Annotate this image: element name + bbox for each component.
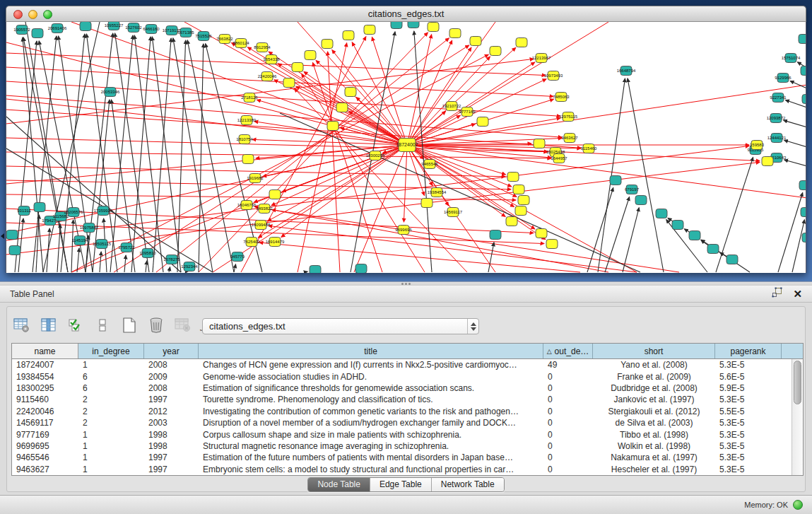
graph-node[interactable]: 12093872: [767, 114, 786, 123]
graph-edge[interactable]: [298, 43, 347, 272]
table-cell[interactable]: 5.3E-5: [715, 452, 782, 462]
graph-node[interactable]: [516, 38, 527, 47]
graph-edge[interactable]: [407, 79, 546, 145]
graph-node[interactable]: [269, 190, 281, 199]
table-scrollbar[interactable]: [792, 359, 803, 475]
column-header-year[interactable]: year: [144, 344, 199, 358]
table-cell[interactable]: 6: [78, 372, 144, 382]
graph-node[interactable]: 1905572: [13, 25, 30, 35]
graph-node[interactable]: [610, 176, 621, 185]
graph-node[interactable]: [515, 206, 526, 216]
graph-edge[interactable]: [6, 81, 560, 116]
network-window-titlebar[interactable]: citations_edges.txt: [6, 6, 806, 22]
table-cell[interactable]: 18300295: [12, 383, 78, 393]
graph-node[interactable]: 18724007: [396, 139, 418, 152]
graph-node[interactable]: [477, 117, 488, 127]
scrollbar-thumb[interactable]: [794, 361, 801, 404]
graph-node[interactable]: 679197: [625, 185, 640, 194]
graph-edge[interactable]: [269, 226, 637, 272]
table-cell[interactable]: 5.9E-5: [715, 383, 782, 393]
table-cell[interactable]: 9699695: [12, 441, 78, 451]
graph-node[interactable]: [672, 221, 683, 230]
graph-edge[interactable]: [241, 37, 366, 272]
graph-node[interactable]: [799, 181, 806, 190]
graph-node[interactable]: [408, 22, 419, 28]
graph-node[interactable]: [336, 103, 348, 112]
table-cell[interactable]: 2008: [144, 360, 199, 370]
graph-node[interactable]: 159583: [750, 141, 765, 150]
table-cell[interactable]: 0: [543, 395, 593, 404]
graph-node[interactable]: 9227341: [770, 93, 787, 103]
table-cell[interactable]: 2: [78, 395, 144, 404]
table-cell[interactable]: 1997: [144, 465, 199, 474]
minimize-window-icon[interactable]: [28, 10, 37, 19]
column-header-title[interactable]: title: [199, 344, 543, 358]
table-cell[interactable]: 2008: [144, 383, 199, 393]
row-boxes-icon[interactable]: [93, 316, 112, 334]
graph-node[interactable]: [707, 245, 719, 254]
graph-edge[interactable]: [407, 62, 535, 145]
table-row[interactable]: 977716911998Corpus callosum shape and si…: [12, 428, 792, 440]
graph-node[interactable]: 10973493: [544, 71, 563, 81]
table-cell[interactable]: Franke et al. (2009): [593, 372, 715, 382]
table-row[interactable]: 1456911722003Disruption of a novel membe…: [12, 417, 792, 428]
graph-node[interactable]: [635, 196, 647, 205]
table-cell[interactable]: 2: [78, 407, 144, 416]
table-cell[interactable]: Corpus callosum shape and size in male p…: [199, 430, 543, 440]
table-cell[interactable]: 1997: [144, 452, 199, 462]
graph-node[interactable]: [518, 196, 529, 205]
table-cell[interactable]: 49: [543, 360, 593, 370]
graph-node[interactable]: 20691406: [48, 24, 67, 33]
graph-node[interactable]: [345, 88, 356, 97]
table-cell[interactable]: Estimation of the future numbers of pati…: [199, 452, 543, 462]
graph-node[interactable]: [421, 199, 433, 208]
table-cell[interactable]: 0: [543, 407, 593, 416]
graph-node[interactable]: 15751074: [782, 54, 801, 63]
table-row[interactable]: 1938455462009Genome-wide association stu…: [12, 370, 792, 382]
table-cell[interactable]: Tibbo et al. (1998): [593, 430, 715, 440]
graph-edge[interactable]: [152, 37, 181, 272]
graph-node[interactable]: 20053346: [101, 88, 120, 97]
table-cell[interactable]: 5.3E-5: [715, 395, 782, 404]
table-cell[interactable]: 0: [543, 452, 593, 462]
graph-edge[interactable]: [115, 33, 149, 272]
graph-node[interactable]: 19384554: [428, 188, 447, 197]
table-cell[interactable]: 2009: [144, 372, 199, 382]
graph-node[interactable]: 1919682: [247, 174, 264, 183]
graph-edge[interactable]: [43, 22, 100, 272]
table-cell[interactable]: 14569117: [12, 418, 78, 428]
network-graph[interactable]: 1905572206914061095522715276026466160107…: [6, 22, 806, 273]
graph-node[interactable]: 17359924: [94, 206, 113, 216]
graph-node[interactable]: 8912954: [254, 43, 271, 52]
close-panel-icon[interactable]: ✕: [793, 288, 802, 299]
table-cell[interactable]: Dudbridge et al. (2008): [593, 383, 715, 393]
graph-edge[interactable]: [124, 255, 126, 272]
graph-node[interactable]: [534, 139, 545, 148]
graph-edge[interactable]: [295, 88, 467, 272]
graph-edge[interactable]: [185, 272, 186, 273]
left-splitter-arrow[interactable]: [1, 233, 4, 239]
graph-node[interactable]: 9699695: [395, 226, 412, 235]
table-cell[interactable]: 1: [78, 430, 144, 440]
table-cell[interactable]: 5.3E-5: [715, 360, 782, 370]
table-cell[interactable]: Investigating the contribution of common…: [199, 407, 543, 416]
graph-node[interactable]: [513, 185, 524, 194]
table-cell[interactable]: 22420046: [12, 407, 78, 416]
table-cell[interactable]: Stergiakouli et al. (2012): [593, 407, 715, 416]
table-row[interactable]: 911546021997Tourette syndrome. Phenomeno…: [12, 394, 792, 405]
graph-node[interactable]: [470, 37, 481, 46]
table-cell[interactable]: 9465546: [12, 452, 78, 462]
table-cell[interactable]: Changes of HCN gene expression and I(f) …: [199, 360, 543, 370]
graph-node[interactable]: 16648794: [617, 66, 636, 76]
table-cell[interactable]: 0: [543, 465, 593, 474]
table-cell[interactable]: 9115460: [12, 395, 78, 404]
graph-node[interactable]: 2718126: [241, 93, 258, 103]
delete-rows-icon[interactable]: [147, 316, 165, 334]
graph-node[interactable]: [6, 230, 18, 240]
table-cell[interactable]: 9777169: [12, 430, 78, 440]
graph-edge[interactable]: [488, 243, 494, 272]
graph-node[interactable]: [355, 264, 367, 274]
graph-node[interactable]: [802, 95, 806, 104]
table-cell[interactable]: Jankovic et al. (1997): [593, 395, 715, 404]
graph-edge[interactable]: [305, 271, 307, 272]
